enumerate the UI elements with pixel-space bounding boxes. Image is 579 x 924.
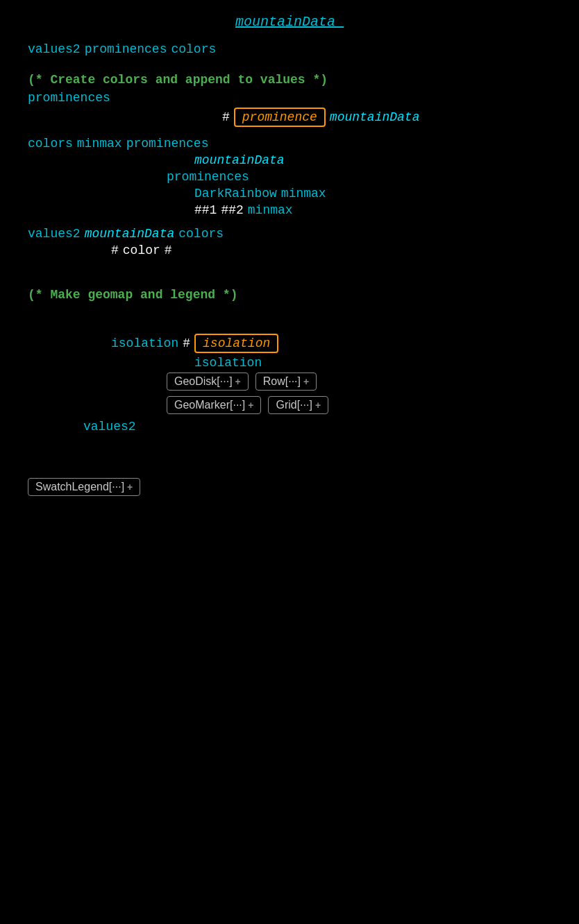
darkrainbow-line: DarkRainbow minmax — [194, 187, 551, 200]
header-vars-row: values2 prominences colors — [28, 42, 551, 56]
mountaindata-indent-line: mountainData — [194, 153, 551, 167]
swatchlegend-plus-icon: + — [127, 481, 133, 493]
prominence-highlighted: prominence — [234, 108, 326, 127]
var-isolation-1: isolation — [111, 336, 178, 350]
values2-mountaindata-colors-line: values2 mountainData colors — [28, 227, 551, 241]
grid-label: Grid[···] — [276, 399, 312, 411]
isolation-var-line: isolation — [194, 356, 551, 370]
var-mountaindata-2: mountainData — [194, 153, 285, 167]
func-minmax-1: minmax — [77, 137, 122, 151]
var-mountaindata-1: mountainData — [330, 110, 420, 124]
geodisk-label: GeoDisk[···] — [174, 375, 233, 388]
button-row-2: GeoMarker[···] + Grid[···] + — [167, 396, 551, 414]
geomarker-label: GeoMarker[···] — [174, 399, 245, 411]
var-prominences-2: prominences — [126, 137, 209, 151]
hash12-line: ##1 ##2 minmax — [194, 203, 551, 217]
hash-color-line: # color # — [111, 243, 551, 257]
swatchlegend-label: SwatchLegend[···] — [35, 481, 124, 493]
geomarker-plus-icon: + — [248, 400, 253, 411]
geodisk-plus-icon: + — [235, 376, 241, 387]
header-var-prominences: prominences — [85, 42, 167, 56]
row-plus-icon: + — [303, 376, 309, 387]
func-minmax-3: minmax — [248, 203, 293, 217]
comment-create-colors: (* Create colors and append to values *) — [28, 73, 551, 87]
var-values2-2: values2 — [83, 420, 136, 434]
var-prominences-3: prominences — [167, 170, 249, 184]
comment-geomap: (* Make geomap and legend *) — [28, 288, 551, 302]
prominences-assign-line: prominences — [28, 91, 551, 105]
var-colors-1: colors — [28, 137, 73, 151]
var-mountaindata-3: mountainData — [85, 227, 175, 241]
swatchlegend-row: SwatchLegend[···] + — [28, 478, 551, 496]
prominences-indent-line: prominences — [167, 170, 551, 184]
section-geomap-legend: (* Make geomap and legend *) isolation #… — [28, 288, 551, 496]
hash-isolation: # — [183, 336, 190, 350]
page-title: mountainData_ — [28, 14, 551, 30]
geodisk-button[interactable]: GeoDisk[···] + — [167, 373, 249, 391]
grid-button[interactable]: Grid[···] + — [268, 396, 328, 414]
func-minmax-2: minmax — [281, 187, 326, 200]
colors-minmax-line: colors minmax prominences — [28, 137, 551, 151]
row-button[interactable]: Row[···] + — [255, 373, 317, 391]
header-var-values2: values2 — [28, 42, 81, 56]
hash12-2: ##2 — [221, 203, 243, 217]
swatchlegend-button[interactable]: SwatchLegend[···] + — [28, 478, 140, 496]
hash-1: # — [222, 110, 230, 124]
var-values2-1: values2 — [28, 227, 81, 241]
func-darkrainbow: DarkRainbow — [194, 187, 277, 200]
prominence-hash-line: # prominence mountainData — [222, 108, 551, 127]
header-var-colors: colors — [171, 42, 216, 56]
var-isolation-2: isolation — [194, 356, 262, 370]
row-label: Row[···] — [263, 375, 301, 388]
values2-line: values2 — [83, 420, 551, 434]
var-colors-2: colors — [178, 227, 224, 241]
word-color: color — [123, 243, 160, 257]
isolation-highlighted: isolation — [194, 334, 278, 353]
hash-3: # — [111, 243, 119, 257]
geomarker-button[interactable]: GeoMarker[···] + — [167, 396, 261, 414]
grid-plus-icon: + — [315, 400, 321, 411]
hash12-1: ##1 — [194, 203, 217, 217]
section-create-colors: (* Create colors and append to values *)… — [28, 73, 551, 257]
hash-4: # — [165, 243, 172, 257]
isolation-hash-line: isolation # isolation — [111, 334, 551, 353]
button-row-1: GeoDisk[···] + Row[···] + — [167, 373, 551, 391]
var-prominences-1: prominences — [28, 91, 110, 105]
